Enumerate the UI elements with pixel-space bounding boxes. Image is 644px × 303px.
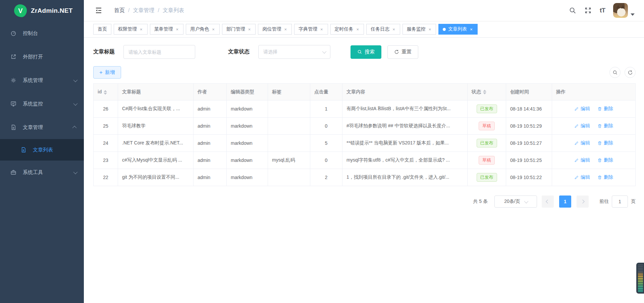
cell-clicks: 1 bbox=[310, 100, 342, 118]
show-search-toggle-button[interactable] bbox=[609, 67, 621, 78]
plus-icon: + bbox=[99, 69, 103, 76]
reset-button[interactable]: 重置 bbox=[387, 45, 418, 59]
tab-menu-management[interactable]: 菜单管理× bbox=[150, 24, 184, 35]
toolbar-right bbox=[609, 67, 636, 78]
cell-author: admin bbox=[194, 135, 227, 152]
sidebar-item-external-open[interactable]: 外部打开 bbox=[0, 45, 84, 69]
close-icon[interactable]: × bbox=[469, 27, 473, 32]
chevron-right-icon bbox=[581, 200, 584, 203]
breadcrumb-separator: / bbox=[158, 7, 159, 13]
cell-created: 08-18 14:41:36 bbox=[506, 100, 552, 118]
active-tab-dot bbox=[443, 28, 446, 31]
cell-editor-type: markdown bbox=[227, 169, 268, 186]
search-icon bbox=[612, 70, 618, 75]
cell-actions: 编辑 删除 bbox=[552, 169, 636, 186]
chevron-left-icon bbox=[546, 200, 549, 203]
delete-button[interactable]: 删除 bbox=[597, 106, 613, 112]
close-icon[interactable]: × bbox=[356, 27, 360, 32]
sidebar-menu: 控制台 外部打开 系统管理 系统监控 bbox=[0, 21, 84, 184]
sort-icon[interactable] bbox=[483, 90, 486, 94]
tab-home[interactable]: 首页 bbox=[93, 24, 111, 35]
user-menu[interactable] bbox=[613, 3, 635, 18]
close-icon[interactable]: × bbox=[248, 27, 252, 32]
column-header-clicks: 点击量 bbox=[310, 84, 342, 100]
page-content: 文章标题 文章状态 请选择 搜索 重置 + bbox=[84, 38, 644, 303]
gear-icon bbox=[10, 77, 17, 84]
tab-service-monitor[interactable]: 服务监控× bbox=[402, 24, 436, 35]
edit-button[interactable]: 编辑 bbox=[574, 157, 590, 163]
cell-id: 22 bbox=[94, 169, 118, 186]
tab-dict-management[interactable]: 字典管理× bbox=[294, 24, 328, 35]
delete-button[interactable]: 删除 bbox=[597, 123, 613, 129]
page-number-button[interactable]: 1 bbox=[559, 196, 571, 208]
goto-page-input[interactable] bbox=[612, 196, 628, 208]
refresh-table-button[interactable] bbox=[625, 67, 636, 78]
delete-button[interactable]: 删除 bbox=[597, 157, 613, 163]
pencil-icon bbox=[574, 124, 579, 128]
cell-content: **错误提示** 当电脑更新 VS2017 版本后，如果... bbox=[342, 135, 468, 152]
close-icon[interactable]: × bbox=[392, 27, 396, 32]
status-badge: 草稿 bbox=[479, 156, 495, 165]
sidebar-item-label: 控制台 bbox=[23, 30, 38, 37]
sidebar-item-system-monitor[interactable]: 系统监控 bbox=[0, 92, 84, 116]
close-icon[interactable]: × bbox=[139, 27, 143, 32]
tab-scheduled-tasks[interactable]: 定时任务× bbox=[330, 24, 364, 35]
breadcrumb-home[interactable]: 首页 bbox=[114, 7, 125, 14]
next-page-button[interactable] bbox=[577, 196, 589, 208]
tab-task-logs[interactable]: 任务日志× bbox=[366, 24, 400, 35]
delete-button[interactable]: 删除 bbox=[597, 174, 613, 180]
sidebar-item-article-list[interactable]: 文章列表 bbox=[0, 139, 84, 161]
page-size-select[interactable]: 20条/页 bbox=[494, 196, 537, 208]
cell-author: admin bbox=[194, 169, 227, 186]
trash-icon bbox=[597, 124, 602, 128]
level-bars-icon bbox=[638, 264, 643, 292]
column-header-id[interactable]: id bbox=[94, 84, 118, 100]
prev-page-button[interactable] bbox=[542, 196, 554, 208]
tab-article-list[interactable]: 文章列表× bbox=[438, 24, 478, 35]
search-icon[interactable] bbox=[569, 7, 576, 14]
table-row: 23 c#写入Mysql中文显示乱码 ... admin markdown my… bbox=[94, 152, 636, 169]
article-title-input[interactable] bbox=[123, 45, 195, 59]
cell-editor-type: markdown bbox=[227, 118, 268, 135]
font-size-icon[interactable]: tT bbox=[600, 7, 605, 14]
article-status-select[interactable]: 请选择 bbox=[258, 45, 330, 59]
sidebar-item-article-management[interactable]: 文章管理 bbox=[0, 116, 84, 139]
delete-button[interactable]: 删除 bbox=[597, 140, 613, 146]
edit-button[interactable]: 编辑 bbox=[574, 140, 590, 146]
sidebar-item-system-tools[interactable]: 系统工具 bbox=[0, 161, 84, 184]
cell-title: git 为不同的项目设置不同... bbox=[118, 169, 194, 186]
chevron-up-icon bbox=[72, 126, 77, 130]
pencil-icon bbox=[574, 106, 579, 111]
close-icon[interactable]: × bbox=[283, 27, 287, 32]
sidebar-collapse-button[interactable] bbox=[93, 5, 104, 16]
edit-button[interactable]: 编辑 bbox=[574, 106, 590, 112]
close-icon[interactable]: × bbox=[428, 27, 432, 32]
table-row: 22 git 为不同的项目设置不同... admin markdown 2 1，… bbox=[94, 169, 636, 186]
tab-department-management[interactable]: 部门管理× bbox=[222, 24, 256, 35]
close-icon[interactable]: × bbox=[175, 27, 179, 32]
sidebar-item-label: 系统管理 bbox=[23, 77, 43, 84]
sidebar-item-label: 外部打开 bbox=[23, 54, 43, 60]
edit-button[interactable]: 编辑 bbox=[574, 123, 590, 129]
chevron-down-icon bbox=[322, 49, 327, 54]
add-button[interactable]: + 新增 bbox=[93, 66, 121, 79]
cell-tags bbox=[268, 100, 310, 118]
cell-editor-type: markdown bbox=[227, 152, 268, 169]
user-avatar[interactable] bbox=[613, 3, 628, 18]
edit-button[interactable]: 编辑 bbox=[574, 174, 590, 180]
sidebar-item-system-management[interactable]: 系统管理 bbox=[0, 69, 84, 92]
sort-icon[interactable] bbox=[104, 90, 107, 95]
breadcrumb-separator: / bbox=[128, 7, 129, 13]
sidebar-item-dashboard[interactable]: 控制台 bbox=[0, 21, 84, 45]
close-icon[interactable]: × bbox=[211, 27, 215, 32]
tab-user-roles[interactable]: 用户角色× bbox=[186, 24, 220, 35]
fullscreen-icon[interactable] bbox=[584, 7, 592, 14]
status-badge: 已发布 bbox=[477, 104, 497, 113]
close-icon[interactable]: × bbox=[320, 27, 324, 32]
search-button[interactable]: 搜索 bbox=[351, 45, 381, 59]
tab-permission-management[interactable]: 权限管理× bbox=[114, 24, 148, 35]
article-status-label: 文章状态 bbox=[228, 48, 250, 55]
tab-post-management[interactable]: 岗位管理× bbox=[258, 24, 292, 35]
cell-author: admin bbox=[194, 152, 227, 169]
column-header-status[interactable]: 状态 bbox=[468, 84, 506, 100]
